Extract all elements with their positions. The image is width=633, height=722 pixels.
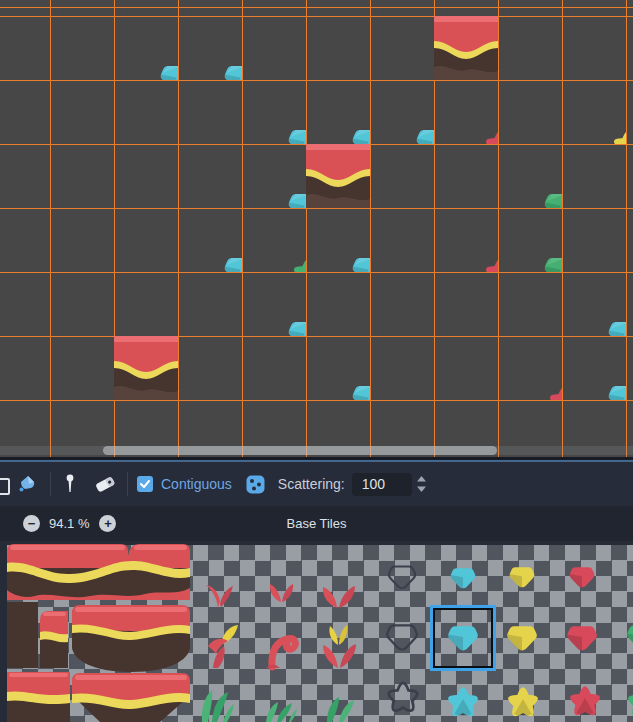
palette-gem-star-green[interactable]	[628, 687, 633, 716]
checkmark-icon	[139, 478, 151, 490]
scattering-input[interactable]	[352, 473, 412, 496]
paint-bucket-button[interactable]	[16, 473, 38, 495]
palette-empty-tile-outline[interactable]	[389, 683, 418, 711]
canvas-tile-diamond-cyan[interactable]	[242, 144, 306, 208]
zoom-level: 94.1 %	[49, 516, 89, 531]
zoom-in-icon[interactable]: +	[99, 515, 116, 532]
toolbar-separator	[50, 472, 51, 496]
canvas-tile-star-red[interactable]	[498, 336, 562, 400]
canvas-tile-star-red[interactable]	[434, 80, 498, 144]
tileset-palette[interactable]	[0, 541, 633, 722]
canvas-tile-terrain[interactable]	[114, 336, 178, 400]
picker-icon	[64, 473, 76, 495]
contiguous-checkbox[interactable]	[137, 476, 153, 492]
horizontal-scrollbar-thumb[interactable]	[103, 446, 497, 455]
base-tiles-title: Base Tiles	[0, 516, 633, 531]
canvas-tile-diamond-cyan[interactable]	[306, 336, 370, 400]
selected-tile-inner-border	[433, 608, 493, 668]
canvas-tile-terrain[interactable]	[306, 144, 370, 208]
palette-gem-tiles[interactable]	[387, 567, 633, 717]
canvas-tile-diamond-cyan[interactable]	[562, 336, 626, 400]
canvas-tile-diamond-cyan[interactable]	[242, 272, 306, 336]
palette-empty-tile-outline[interactable]	[387, 625, 417, 649]
canvas-tile-diamond-cyan[interactable]	[370, 80, 434, 144]
base-tiles-header: − 94.1 % + Base Tiles	[0, 506, 633, 541]
canvas-tile-diamond-cyan[interactable]	[114, 16, 178, 80]
updown-arrows-icon	[415, 475, 428, 493]
zoom-out-icon[interactable]: −	[23, 515, 40, 532]
canvas-tile-star-red[interactable]	[434, 208, 498, 272]
random-scatter-button[interactable]	[246, 475, 265, 494]
palette-empty-tile-outline[interactable]	[389, 567, 415, 588]
canvas-tile-diamond-cyan[interactable]	[178, 16, 242, 80]
selected-tile-highlight[interactable]	[430, 605, 496, 671]
contiguous-label[interactable]: Contiguous	[161, 476, 232, 492]
palette-terrain-tiles[interactable]	[7, 544, 190, 722]
canvas-tile-star-green[interactable]	[242, 208, 306, 272]
eraser-button[interactable]	[93, 474, 117, 494]
tileset-art	[0, 543, 633, 722]
eraser-icon	[93, 474, 117, 494]
canvas-tile-terrain[interactable]	[434, 16, 498, 80]
toolbar-separator	[127, 472, 128, 496]
canvas-tile-diamond-cyan[interactable]	[178, 208, 242, 272]
rect-select-icon[interactable]	[0, 478, 10, 495]
canvas-tile-diamond-cyan[interactable]	[242, 80, 306, 144]
canvas-tile-diamond-cyan[interactable]	[306, 208, 370, 272]
tilemap-toolbar: Contiguous Scattering:	[0, 462, 633, 506]
canvas-tile-diamond-green[interactable]	[498, 144, 562, 208]
palette-plant-tiles[interactable]	[202, 584, 356, 722]
scattering-spinner[interactable]	[415, 475, 428, 493]
paint-bucket-icon	[16, 473, 38, 495]
scattering-label: Scattering:	[278, 476, 345, 492]
canvas-tile-diamond-green[interactable]	[498, 208, 562, 272]
tilemap-canvas[interactable]	[0, 0, 633, 457]
canvas-tile-diamond-cyan[interactable]	[306, 80, 370, 144]
picker-button[interactable]	[64, 473, 76, 495]
canvas-tile-diamond-cyan[interactable]	[562, 272, 626, 336]
dice-icon	[246, 475, 265, 494]
canvas-tile-star-yellow[interactable]	[562, 80, 626, 144]
